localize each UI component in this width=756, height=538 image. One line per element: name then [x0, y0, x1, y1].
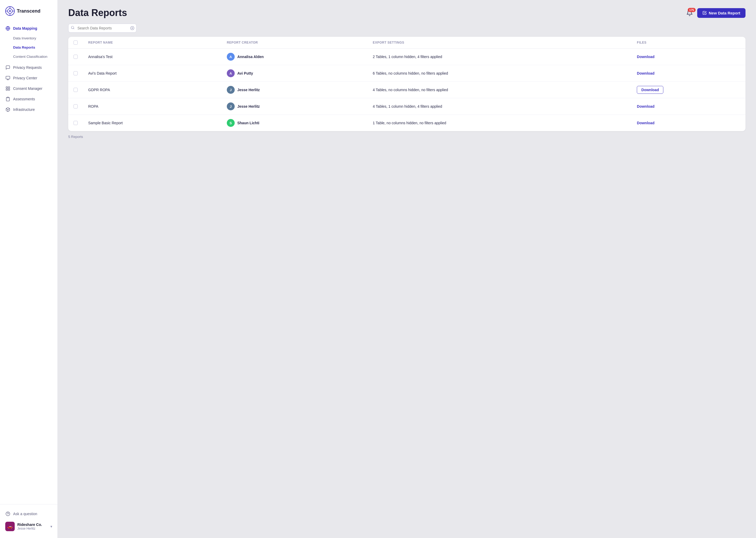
plus-icon: [702, 11, 707, 15]
creator-avatar: J: [227, 86, 235, 94]
col-export-settings: EXPORT SETTINGS: [367, 37, 632, 49]
files-cell: Download: [632, 115, 745, 131]
row-checkbox-cell: [68, 115, 83, 131]
grid-icon: [5, 86, 11, 91]
report-creator-cell: A Annalisa Alden: [221, 49, 367, 65]
clipboard-icon: [5, 96, 11, 102]
sidebar-item-infrastructure[interactable]: Infrastructure: [0, 104, 58, 115]
files-cell: Download: [632, 49, 745, 65]
download-button[interactable]: Download: [637, 104, 654, 108]
sidebar-item-label-consent-manager: Consent Manager: [13, 86, 42, 91]
files-cell: Download: [632, 98, 745, 115]
new-data-report-button[interactable]: New Data Report: [697, 8, 745, 18]
row-checkbox-cell: [68, 65, 83, 82]
creator-name: Shaun Lichti: [237, 121, 260, 125]
company-avatar: 🚗: [5, 522, 15, 531]
sidebar-item-privacy-requests[interactable]: Privacy Requests: [0, 62, 58, 73]
report-name-cell: ROPA: [83, 98, 221, 115]
sidebar-item-label-privacy-center: Privacy Center: [13, 76, 37, 80]
export-settings-cell: 6 Tables, no columns hidden, no filters …: [367, 65, 632, 82]
sidebar-item-label-data-mapping: Data Mapping: [13, 26, 37, 30]
svg-line-21: [73, 28, 74, 29]
ask-question-item[interactable]: Ask a question: [5, 509, 52, 519]
chevron-down-icon: ▾: [50, 524, 52, 528]
row-checkbox[interactable]: [73, 121, 78, 125]
company-user: Jesse Herlitz: [17, 527, 48, 530]
sidebar-item-data-inventory[interactable]: Data Inventory: [0, 34, 58, 43]
row-checkbox[interactable]: [73, 71, 78, 76]
download-button[interactable]: Download: [637, 55, 654, 59]
transcend-logo-icon: [5, 6, 15, 16]
sidebar-item-data-reports[interactable]: Data Reports: [0, 43, 58, 52]
row-checkbox[interactable]: [73, 88, 78, 92]
sidebar-item-label-content-classification: Content Classification: [13, 55, 48, 59]
creator-name: Jesse Herlitz: [237, 88, 260, 92]
table-row: Sample Basic Report S Shaun Lichti 1 Tab…: [68, 115, 745, 131]
help-circle-icon: [5, 511, 11, 516]
company-name: Rideshare Co.: [17, 522, 48, 527]
sidebar-item-label-data-reports: Data Reports: [13, 45, 35, 49]
company-info[interactable]: 🚗 Rideshare Co. Jesse Herlitz ▾: [5, 519, 52, 534]
table-row: Avi's Data Report A Avi Putty 6 Tables, …: [68, 65, 745, 82]
page-title: Data Reports: [68, 7, 127, 19]
download-button[interactable]: Download: [637, 71, 654, 76]
header-right: 175 New Data Report: [686, 8, 745, 18]
creator-avatar: A: [227, 69, 235, 77]
sidebar-item-content-classification[interactable]: Content Classification: [0, 52, 58, 61]
sidebar-item-label-infrastructure: Infrastructure: [13, 107, 35, 112]
col-files: FILES: [632, 37, 745, 49]
sidebar-item-consent-manager[interactable]: Consent Manager: [0, 83, 58, 94]
table-row: Annalisa's Test A Annalisa Alden 2 Table…: [68, 49, 745, 65]
notification-badge: 175: [688, 8, 696, 12]
download-button[interactable]: Download: [637, 86, 663, 94]
creator-name: Avi Putty: [237, 71, 253, 76]
row-checkbox-cell: [68, 98, 83, 115]
col-report-name: REPORT NAME: [83, 37, 221, 49]
circle-plus-icon: [130, 26, 134, 30]
reports-table: REPORT NAME REPORT CREATOR EXPORT SETTIN…: [68, 37, 745, 131]
new-data-report-label: New Data Report: [709, 11, 740, 15]
toolbar: [68, 24, 745, 32]
svg-point-2: [9, 10, 11, 12]
report-creator-cell: A Avi Putty: [221, 65, 367, 82]
sidebar-item-label-assessments: Assessments: [13, 97, 35, 101]
add-filter-button[interactable]: [130, 26, 134, 30]
sidebar-item-assessments[interactable]: Assessments: [0, 94, 58, 104]
search-icon: [71, 26, 74, 30]
col-report-creator: REPORT CREATOR: [221, 37, 367, 49]
row-checkbox-cell: [68, 82, 83, 98]
content-area: REPORT NAME REPORT CREATOR EXPORT SETTIN…: [58, 24, 756, 538]
notification-bell[interactable]: 175: [686, 10, 693, 16]
report-name-cell: Sample Basic Report: [83, 115, 221, 131]
message-circle-icon: [5, 65, 11, 70]
export-settings-cell: 1 Table, no columns hidden, no filters a…: [367, 115, 632, 131]
select-all-checkbox[interactable]: [73, 40, 78, 45]
search-input[interactable]: [68, 24, 136, 32]
table-row: GDPR ROPA J Jesse Herlitz 4 Tables, no c…: [68, 82, 745, 98]
box-icon: [5, 107, 11, 112]
creator-avatar: J: [227, 102, 235, 110]
download-button[interactable]: Download: [637, 121, 654, 125]
reports-table-container: REPORT NAME REPORT CREATOR EXPORT SETTIN…: [68, 37, 745, 131]
report-creator-cell: J Jesse Herlitz: [221, 82, 367, 98]
logo-area[interactable]: Transcend: [0, 0, 58, 21]
report-name-cell: Annalisa's Test: [83, 49, 221, 65]
company-details: Rideshare Co. Jesse Herlitz: [17, 522, 48, 530]
logo-text: Transcend: [17, 8, 40, 14]
sidebar-item-privacy-center[interactable]: Privacy Center: [0, 73, 58, 83]
creator-avatar: S: [227, 119, 235, 127]
svg-rect-13: [8, 87, 10, 88]
row-checkbox[interactable]: [73, 104, 78, 108]
nav-section-data-mapping: Data Mapping Data Inventory Data Reports…: [0, 23, 58, 61]
search-wrapper: [68, 24, 136, 32]
sidebar: Transcend Data Mapping Data Inventory Da…: [0, 0, 58, 538]
sidebar-item-label-data-inventory: Data Inventory: [13, 36, 36, 40]
files-cell: Download: [632, 82, 745, 98]
report-name-cell: GDPR ROPA: [83, 82, 221, 98]
files-cell: Download: [632, 65, 745, 82]
table-header: REPORT NAME REPORT CREATOR EXPORT SETTIN…: [68, 37, 745, 49]
row-checkbox[interactable]: [73, 55, 78, 59]
report-name-cell: Avi's Data Report: [83, 65, 221, 82]
svg-rect-16: [7, 97, 9, 98]
sidebar-item-data-mapping[interactable]: Data Mapping: [0, 23, 58, 34]
